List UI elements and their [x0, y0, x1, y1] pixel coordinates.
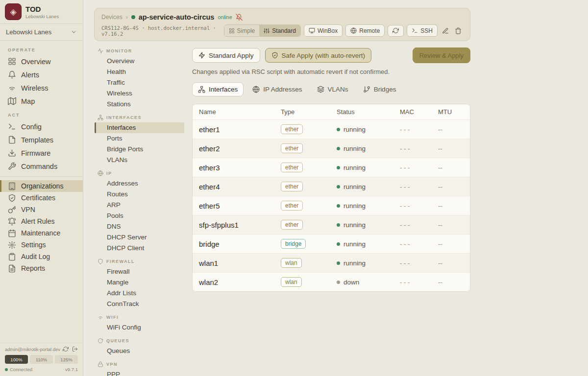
subnav-item-interfaces[interactable]: Interfaces	[95, 122, 184, 133]
sidebar-item-wireless[interactable]: Wireless	[0, 81, 83, 94]
interfaces-table: Name Type Status MAC MTU ether1 ether ru…	[192, 104, 470, 292]
sidebar-item-certificates[interactable]: Certificates	[0, 192, 83, 204]
standard-apply-button[interactable]: Standard Apply	[192, 48, 260, 63]
gear-icon	[8, 241, 16, 249]
device-controls: Simple Standard WinBox Remote	[224, 24, 463, 37]
subnav-item-traffic[interactable]: Traffic	[83, 77, 184, 88]
edit-device-button[interactable]	[441, 26, 450, 35]
tab-interfaces[interactable]: Interfaces	[192, 82, 244, 96]
subnav-section-vpn: VPN	[83, 359, 184, 369]
sidebar-item-audit-log[interactable]: Audit Log	[0, 251, 83, 262]
review-apply-button[interactable]: Review & Apply	[413, 47, 470, 63]
subnav-item-addr-lists[interactable]: Addr Lists	[83, 288, 184, 299]
view-mode-standard-button[interactable]: Standard	[259, 25, 300, 36]
sidebar-item-reports[interactable]: Reports	[0, 262, 83, 274]
ssh-button[interactable]: SSH	[407, 24, 438, 37]
org-switcher[interactable]: Lebowski Lanes	[0, 24, 83, 41]
tab-bridges[interactable]: Bridges	[357, 82, 402, 96]
type-badge: ether	[281, 201, 303, 211]
winbox-button[interactable]: WinBox	[304, 24, 343, 37]
sidebar-item-settings[interactable]: Settings	[0, 239, 83, 251]
sidebar-item-alert-rules[interactable]: Alert Rules	[0, 215, 83, 227]
subnav-item-stations[interactable]: Stations	[83, 99, 184, 110]
subnav-item-arp[interactable]: ARP	[83, 200, 184, 211]
subnav-item-overview[interactable]: Overview	[83, 56, 184, 67]
subnav-section-queues: QUEUES	[83, 336, 184, 346]
file-icon	[8, 136, 16, 144]
subnav-item-mangle[interactable]: Mangle	[83, 277, 184, 288]
breadcrumb-devices-link[interactable]: Devices	[101, 14, 122, 21]
subnav-item-ppp[interactable]: PPP	[83, 369, 184, 376]
table-row-wlan2[interactable]: wlan2 wlan down - - - --	[193, 273, 470, 292]
type-badge: ether	[281, 124, 303, 134]
column-header-name: Name	[193, 104, 281, 120]
subnav-item-routes[interactable]: Routes	[83, 189, 184, 200]
sidebar-item-vpn[interactable]: VPN	[0, 204, 83, 215]
table-row-ether1[interactable]: ether1 ether running - - - --	[193, 120, 470, 139]
zoom-110-button[interactable]: 110%	[30, 355, 53, 364]
status-dot	[337, 261, 340, 265]
tab-vlans[interactable]: VLANs	[311, 82, 354, 96]
view-mode-simple-button[interactable]: Simple	[224, 25, 260, 36]
terminal-icon	[412, 27, 418, 34]
sidebar-item-maintenance[interactable]: Maintenance	[0, 227, 83, 239]
remote-button[interactable]: Remote	[345, 24, 385, 37]
zoom-125-button[interactable]: 125%	[55, 355, 78, 364]
org-switcher-label: Lebowski Lanes	[6, 28, 51, 36]
sidebar-item-firmware[interactable]: Firmware	[0, 146, 83, 160]
table-row-ether3[interactable]: ether3 ether running - - - --	[193, 158, 470, 177]
table-row-wlan1[interactable]: wlan1 wlan running - - - --	[193, 254, 470, 273]
subnav-item-firewall[interactable]: Firewall	[83, 266, 184, 277]
main-content: Standard Apply Safe Apply (with auto-rev…	[192, 47, 470, 292]
zoom-controls: 100% 110% 125%	[5, 355, 78, 364]
sidebar: ◈ TOD Lebowski Lanes Lebowski Lanes OPER…	[0, 0, 83, 376]
content-tabs: Interfaces IP Addresses VLANs Bridges	[192, 82, 470, 96]
notifications-muted-icon[interactable]	[236, 14, 243, 21]
delete-device-button[interactable]	[453, 26, 463, 35]
sidebar-item-alerts[interactable]: Alerts	[0, 68, 83, 81]
apply-note: Changes applied via RSC script with auto…	[192, 68, 470, 75]
subnav-item-conntrack[interactable]: ConnTrack	[83, 299, 184, 309]
connection-status: Connected	[10, 367, 32, 372]
download-icon	[8, 149, 16, 157]
subnav-item-ports[interactable]: Ports	[83, 133, 184, 144]
type-badge: ether	[281, 163, 303, 172]
refresh-device-button[interactable]	[388, 25, 404, 37]
tab-ip-addresses[interactable]: IP Addresses	[246, 82, 308, 96]
shield-check-icon	[8, 194, 16, 202]
table-row-ether5[interactable]: ether5 ether running - - - --	[193, 196, 470, 215]
subnav-item-addresses[interactable]: Addresses	[83, 178, 184, 189]
safe-apply-button[interactable]: Safe Apply (with auto-revert)	[265, 48, 371, 63]
subnav-item-dhcp-server[interactable]: DHCP Server	[83, 232, 184, 243]
sidebar-item-config[interactable]: Config	[0, 120, 83, 133]
app-version: v9.7.1	[65, 367, 78, 372]
subnav-item-wireless[interactable]: Wireless	[83, 88, 184, 99]
subnav-item-bridge-ports[interactable]: Bridge Ports	[83, 144, 184, 155]
subnav-item-pools[interactable]: Pools	[83, 211, 184, 221]
subnav-item-dns[interactable]: DNS	[83, 221, 184, 232]
section-label-act: ACT	[0, 108, 83, 120]
logout-icon[interactable]	[72, 346, 78, 352]
subnav-item-queues[interactable]: Queues	[83, 346, 184, 356]
zoom-100-button[interactable]: 100%	[5, 355, 28, 364]
app-logo: ◈	[5, 3, 22, 20]
subnav-item-dhcp-client[interactable]: DHCP Client	[83, 243, 184, 254]
sidebar-item-map[interactable]: Map	[0, 94, 83, 108]
refresh-icon[interactable]	[63, 346, 69, 352]
device-status-dot	[131, 15, 135, 19]
subnav-item-wifi-config[interactable]: WiFi Config	[83, 322, 184, 333]
table-row-ether2[interactable]: ether2 ether running - - - --	[193, 139, 470, 158]
sidebar-item-templates[interactable]: Templates	[0, 133, 83, 146]
table-header-row: Name Type Status MAC MTU	[193, 104, 470, 120]
sidebar-item-overview[interactable]: Overview	[0, 55, 83, 68]
status-label: running	[343, 202, 366, 210]
subnav-section-monitor: MONITOR	[83, 46, 184, 56]
table-row-ether4[interactable]: ether4 ether running - - - --	[193, 177, 470, 196]
subnav-item-health[interactable]: Health	[83, 67, 184, 77]
sidebar-item-commands[interactable]: Commands	[0, 160, 83, 173]
sidebar-item-organizations[interactable]: Organizations	[0, 180, 83, 192]
table-row-bridge[interactable]: bridge bridge running - - - --	[193, 235, 470, 254]
table-row-sfp-sfpplus1[interactable]: sfp-sfpplus1 ether running - - - --	[193, 215, 470, 235]
subnav-item-vlans[interactable]: VLANs	[83, 155, 184, 165]
map-icon	[8, 97, 16, 105]
